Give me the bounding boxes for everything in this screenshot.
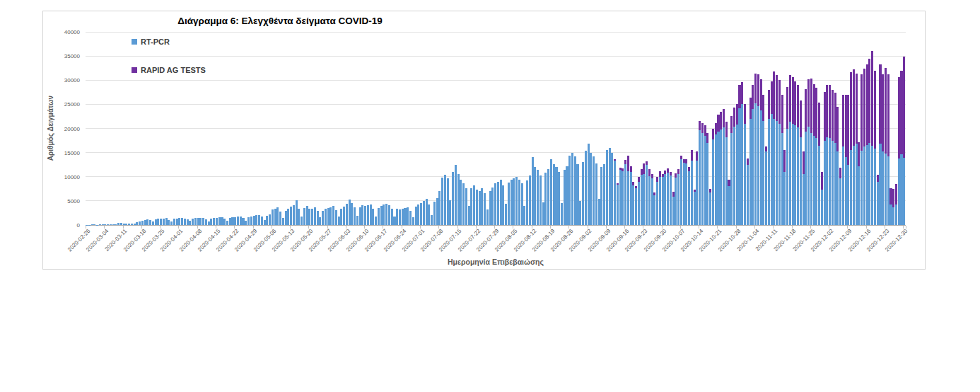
bar-rt-pcr [856,144,858,225]
bar-rt-pcr [192,219,194,225]
bar-rt-pcr [447,178,449,225]
bar-rapid-ag [712,129,714,139]
bar-rapid-ag [821,172,823,190]
bar-rt-pcr [630,172,632,225]
bar-rt-pcr [900,154,902,225]
y-tick-label: 25000 [64,101,80,108]
bar-rt-pcr [149,220,151,225]
bar-rt-pcr [547,169,549,225]
bar-rapid-ag [643,163,645,174]
bar-rt-pcr [762,121,764,225]
bar-rt-pcr [839,178,841,225]
bar-rt-pcr [683,163,685,225]
bar-rapid-ag [853,69,855,146]
bar-rt-pcr [646,165,648,225]
bar-rt-pcr [771,114,773,225]
bar-rt-pcr [720,129,722,225]
bar-rt-pcr [375,217,377,225]
bar-rapid-ag [632,182,634,185]
bar-rt-pcr [898,158,900,225]
bar-rt-pcr [160,219,162,225]
bar-rt-pcr [184,219,186,225]
bar-rapid-ag [868,59,870,143]
bar-rapid-ag [754,74,757,103]
bar-rt-pcr [532,157,534,225]
bar-rt-pcr [115,224,117,225]
bar-rt-pcr [810,133,812,225]
bar-rt-pcr [691,161,693,225]
bar-rt-pcr [438,191,441,225]
bar-rt-pcr [163,219,165,225]
bar-rt-pcr [706,143,708,225]
bar-rt-pcr [404,208,406,225]
bar-rapid-ag [879,64,881,144]
bar-rapid-ag [863,69,865,147]
y-tick-label: 20000 [64,126,80,132]
y-tick-label: 30000 [64,77,80,83]
bar-rt-pcr [301,217,303,225]
y-tick-label: 40000 [64,29,80,35]
bar-rt-pcr [139,221,141,225]
bar-rapid-ag [635,186,637,188]
bar-rapid-ag [646,161,648,165]
bar-rt-pcr [128,224,130,225]
bar-rt-pcr [417,204,419,225]
bar-rt-pcr [858,166,860,225]
bar-rt-pcr [279,212,281,225]
bar-rt-pcr [240,217,242,225]
chart-title: Διάγραμμα 6: Ελεγχθέντα δείγματα COVID-1… [128,16,432,26]
bar-rt-pcr [781,133,783,225]
bar-rt-pcr [882,151,884,225]
bar-rt-pcr [805,132,807,225]
bar-rapid-ag [898,77,900,158]
bar-rapid-ag [691,150,693,161]
bar-rt-pcr [850,150,852,225]
bar-rapid-ag [614,159,616,161]
bar-rt-pcr [529,175,531,225]
bar-rt-pcr [662,177,664,225]
bar-rapid-ag [659,171,661,177]
bar-rt-pcr [588,144,590,225]
bar-rt-pcr [879,144,881,225]
bar-rapid-ag [736,104,738,125]
bar-rt-pcr [247,217,250,225]
bar-rt-pcr [773,119,775,225]
bar-rt-pcr [258,215,260,225]
bar-rapid-ag [792,77,794,124]
bar-rt-pcr [821,190,823,226]
bar-rt-pcr [178,218,180,225]
bar-rt-pcr [237,217,239,225]
bar-rt-pcr [218,217,221,225]
bar-rapid-ag [842,95,844,147]
bar-rt-pcr [231,217,233,225]
bar-rapid-ag [778,80,781,123]
bar-rt-pcr [803,174,805,225]
bar-rt-pcr [807,127,810,225]
bar-rt-pcr [728,186,730,225]
y-tick-label: 5000 [67,198,80,204]
bar-rt-pcr [455,165,457,225]
bar-rt-pcr [332,206,334,225]
bar-rt-pcr [306,206,308,225]
bar-rt-pcr [677,174,679,225]
bar-rt-pcr [574,156,576,225]
bar-rt-pcr [648,176,651,225]
bar-rapid-ag [885,68,887,154]
bar-rt-pcr [407,207,409,225]
bar-rt-pcr [452,172,454,225]
bar-rapid-ag [641,169,643,175]
bar-rapid-ag [624,160,626,164]
bar-rt-pcr [813,136,815,225]
bar-rt-pcr [699,130,701,225]
bar-rt-pcr [181,218,183,225]
bar-rt-pcr [765,151,767,225]
x-axis-title: Ημερομηνία Επιβεβαιώσης [86,258,906,266]
bar-rt-pcr [609,148,611,225]
bar-rt-pcr [704,136,706,225]
bar-rt-pcr [712,139,714,225]
bar-rt-pcr [818,146,820,225]
bar-rt-pcr [624,164,626,225]
legend-item-rt-pcr: RT-PCR [132,38,170,46]
bar-rapid-ag [699,121,701,130]
bar-rt-pcr [441,178,443,225]
